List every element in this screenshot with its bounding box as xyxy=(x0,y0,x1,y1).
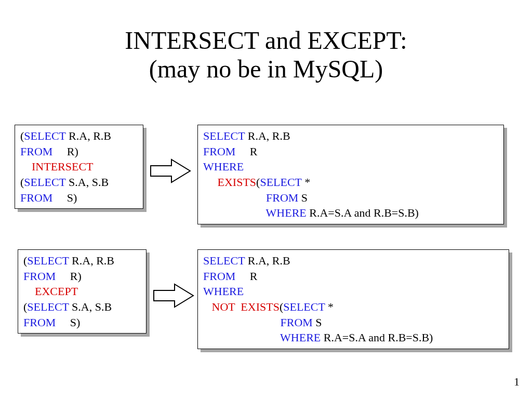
text-token xyxy=(203,176,218,189)
keyword-token: SELECT xyxy=(27,300,72,313)
text-token xyxy=(23,285,35,298)
text-token: R) xyxy=(70,270,82,283)
code-line: FROM R) xyxy=(23,269,141,284)
code-line: FROM S xyxy=(203,315,503,330)
code-line: (SELECT S.A, S.B xyxy=(23,299,141,315)
text-token xyxy=(203,206,266,219)
code-line: WHERE xyxy=(203,284,503,299)
text-token: * xyxy=(304,176,310,189)
slide-title: INTERSECT and EXCEPT: (may no be in MySQ… xyxy=(0,0,532,83)
text-token: S.A, S.B xyxy=(72,300,112,313)
code-box-except: (SELECT R.A, R.BFROM R) EXCEPT(SELECT S.… xyxy=(18,249,147,334)
code-line: (SELECT R.A, R.B xyxy=(20,128,138,144)
text-token: R.A, R.B xyxy=(248,129,290,142)
keyword-token: SELECT xyxy=(203,129,248,142)
keyword-token: FROM xyxy=(203,145,250,158)
text-token: R xyxy=(250,270,258,283)
code-line: SELECT R.A, R.B xyxy=(203,253,503,269)
text-token: R) xyxy=(67,145,78,158)
keyword-token: FROM xyxy=(23,316,70,329)
arrow-right-icon xyxy=(153,282,194,309)
code-line: FROM R xyxy=(203,144,498,159)
code-line: NOT EXISTS(SELECT * xyxy=(203,299,503,315)
text-token xyxy=(203,331,280,344)
code-line: WHERE xyxy=(203,159,498,175)
text-token xyxy=(203,316,281,329)
operator-token: EXCEPT xyxy=(35,285,78,298)
keyword-token: SELECT xyxy=(24,176,69,189)
keyword-token: SELECT xyxy=(203,254,248,267)
code-box-intersect: (SELECT R.A, R.BFROM R) INTERSECT(SELECT… xyxy=(15,125,143,209)
keyword-token: SELECT xyxy=(24,129,69,142)
keyword-token: SELECT xyxy=(283,300,328,313)
operator-token: INTERSECT xyxy=(32,160,94,173)
text-token: S) xyxy=(67,191,77,204)
keyword-token: FROM xyxy=(20,145,67,158)
text-token: R xyxy=(250,145,258,158)
arrow-right-icon xyxy=(150,157,191,184)
text-token: S xyxy=(315,316,322,329)
text-token: R.A, R.B xyxy=(72,254,114,267)
text-token: S.A, S.B xyxy=(69,176,109,189)
code-line: FROM S xyxy=(203,190,498,206)
code-box-exists: SELECT R.A, R.BFROM RWHERE EXISTS(SELECT… xyxy=(197,125,504,224)
code-line: (SELECT R.A, R.B xyxy=(23,253,141,269)
keyword-token: SELECT xyxy=(260,176,304,189)
text-token: S) xyxy=(70,316,81,329)
keyword-token: SELECT xyxy=(27,254,72,267)
code-line: SELECT R.A, R.B xyxy=(203,128,498,144)
keyword-token: FROM xyxy=(20,191,67,204)
code-line: FROM S) xyxy=(20,190,138,206)
title-line1: INTERSECT and EXCEPT: xyxy=(125,26,407,54)
code-line: FROM R) xyxy=(20,144,138,159)
title-line2: (may no be in MySQL) xyxy=(149,55,383,83)
svg-marker-1 xyxy=(154,284,193,307)
keyword-token: FROM xyxy=(203,270,250,283)
code-line: FROM R xyxy=(203,269,503,284)
keyword-token: WHERE xyxy=(203,160,244,173)
keyword-token: FROM xyxy=(281,316,316,329)
text-token xyxy=(203,300,212,313)
keyword-token: FROM xyxy=(266,191,301,204)
code-line: EXCEPT xyxy=(23,284,141,299)
text-token: * xyxy=(328,300,334,313)
keyword-token: FROM xyxy=(23,270,70,283)
operator-token: EXISTS xyxy=(218,176,257,189)
text-token xyxy=(203,191,266,204)
text-token: S xyxy=(301,191,308,204)
code-line: INTERSECT xyxy=(20,159,138,175)
code-box-not-exists: SELECT R.A, R.BFROM RWHERE NOT EXISTS(SE… xyxy=(197,249,509,349)
code-line: WHERE R.A=S.A and R.B=S.B) xyxy=(203,330,503,345)
text-token: R.A=S.A and R.B=S.B) xyxy=(324,331,433,344)
text-token: R.A, R.B xyxy=(248,254,290,267)
code-line: WHERE R.A=S.A and R.B=S.B) xyxy=(203,205,498,221)
operator-token: NOT EXISTS xyxy=(212,300,280,313)
page-number: 1 xyxy=(514,375,520,389)
keyword-token: WHERE xyxy=(280,331,324,344)
text-token: R.A, R.B xyxy=(69,129,111,142)
text-token xyxy=(20,160,32,173)
code-line: FROM S) xyxy=(23,315,141,330)
keyword-token: WHERE xyxy=(203,285,244,298)
svg-marker-0 xyxy=(151,159,190,182)
keyword-token: WHERE xyxy=(266,206,310,219)
code-line: EXISTS(SELECT * xyxy=(203,175,498,190)
code-line: (SELECT S.A, S.B xyxy=(20,175,138,190)
text-token: R.A=S.A and R.B=S.B) xyxy=(309,206,419,219)
